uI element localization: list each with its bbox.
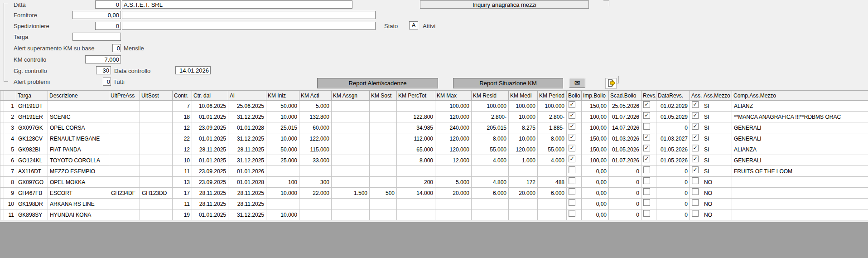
cell-assmezzo[interactable]: NO [702, 199, 732, 209]
cell-kmactl[interactable]: 33.000 [299, 155, 332, 166]
cell-ctrdal[interactable]: 10.06.2025 [192, 101, 228, 112]
cell-bollo[interactable] [567, 166, 582, 177]
cell-impbollo[interactable]: 0,00 [582, 177, 609, 188]
data-controllo-input[interactable] [175, 66, 211, 74]
cell-ass[interactable]: ✓ [690, 133, 702, 144]
cell-kmassgn[interactable] [332, 133, 370, 144]
cell-kmassgn[interactable] [332, 166, 370, 177]
cell-ultpreass[interactable]: GH234DF [109, 188, 140, 199]
cell-ctrdal[interactable]: 23.09.2025 [192, 166, 228, 177]
inquiry-anagrafica-button[interactable]: Inquiry anagrafica mezzi [420, 0, 589, 9]
cell-compassmezzo[interactable]: ALIANZA [732, 144, 868, 155]
cell-kmmax[interactable]: 120.000 [435, 144, 472, 155]
cell-revs[interactable]: ✓ [641, 144, 656, 155]
cell-datarevs[interactable]: 01.02.2029 [656, 101, 690, 112]
bollo-checkbox-unchecked[interactable] [569, 199, 575, 206]
targa-input[interactable] [72, 33, 121, 41]
column-header-ctrdal[interactable]: Ctr. dal [192, 91, 228, 101]
cell-scadbollo[interactable]: 0 [609, 166, 641, 177]
cell-bollo[interactable] [567, 209, 582, 220]
ass-checkbox-unchecked[interactable] [692, 210, 699, 217]
alert-km-input[interactable] [112, 44, 121, 52]
cell-kmresid[interactable]: 4.800 [472, 177, 509, 188]
cell-scadbollo[interactable]: 0 [609, 199, 641, 209]
cell-kmmax[interactable]: 120.000 [435, 133, 472, 144]
revs-checkbox-checked[interactable]: ✓ [643, 134, 650, 141]
cell-kminiz[interactable]: 50.000 [266, 144, 299, 155]
cell-assmezzo[interactable]: SI [702, 144, 732, 155]
column-header-targa[interactable]: Targa [16, 91, 48, 101]
cell-ultpreass[interactable] [109, 209, 140, 220]
cell-contr[interactable]: 17 [173, 188, 192, 199]
row-selector[interactable] [0, 101, 4, 112]
column-header-impbollo[interactable]: Imp.Bollo [582, 91, 609, 101]
cell-kmmedi[interactable]: 10.000 [509, 112, 538, 122]
cell-kminiz[interactable]: 10.000 [266, 209, 299, 220]
cell-kmsost[interactable] [370, 122, 397, 133]
column-header-datarevs[interactable]: DataRevs. [656, 91, 690, 101]
cell-ultpreass[interactable] [109, 155, 140, 166]
cell-ass[interactable]: ✓ [690, 166, 702, 177]
cell-kmmedi[interactable]: 1.000 [509, 155, 538, 166]
cell-assmezzo[interactable]: NO [702, 177, 732, 188]
cell-contr[interactable]: 12 [173, 122, 192, 133]
cell-kmassgn[interactable] [332, 155, 370, 166]
cell-al[interactable]: 31.12.2025 [228, 133, 266, 144]
cell-kmactl[interactable]: 5.000 [299, 101, 332, 112]
cell-kmmedi[interactable] [509, 199, 538, 209]
cell-kmmax[interactable] [435, 166, 472, 177]
cell-scadbollo[interactable]: 0 [609, 209, 641, 220]
cell-scadbollo[interactable]: 0 [609, 177, 641, 188]
column-header-kmmedi[interactable]: KM Medi [509, 91, 538, 101]
cell-kmactl[interactable]: 122.000 [299, 133, 332, 144]
cell-ctrdal[interactable]: 01.01.2025 [192, 209, 228, 220]
cell-assmezzo[interactable]: NO [702, 188, 732, 199]
cell-revs[interactable] [641, 209, 656, 220]
cell-kmsost[interactable] [370, 199, 397, 209]
cell-ultpreass[interactable] [109, 199, 140, 209]
cell-kmperiod[interactable]: 2.800- [538, 112, 567, 122]
cell-kmmedi[interactable]: 120.000 [509, 144, 538, 155]
cell-compassmezzo[interactable]: GENERALI [732, 133, 868, 144]
cell-compassmezzo[interactable] [732, 209, 868, 220]
cell-kminiz[interactable]: 25.015 [266, 122, 299, 133]
cell-kmresid[interactable] [472, 199, 509, 209]
cell-kmperctot[interactable] [397, 209, 435, 220]
cell-ctrdal[interactable]: 28.11.2025 [192, 188, 228, 199]
cell-bollo[interactable]: ✓ [567, 112, 582, 122]
cell-ctrdal[interactable]: 01.01.2025 [192, 155, 228, 166]
cell-kmsost[interactable]: 500 [370, 188, 397, 199]
cell-contr[interactable]: 12 [173, 144, 192, 155]
bollo-checkbox-unchecked[interactable] [569, 177, 575, 184]
cell-ass[interactable]: ✓ [690, 101, 702, 112]
cell-kmperctot[interactable] [397, 166, 435, 177]
cell-ultsost[interactable] [140, 101, 173, 112]
cell-ultpreass[interactable] [109, 101, 140, 112]
cell-ctrdal[interactable]: 01.01.2025 [192, 112, 228, 122]
cell-kmmax[interactable]: 12.000 [435, 155, 472, 166]
cell-targa[interactable]: GK898SY [16, 209, 48, 220]
cell-ultsost[interactable] [140, 155, 173, 166]
cell-ultpreass[interactable] [109, 144, 140, 155]
cell-kmsost[interactable] [370, 133, 397, 144]
mail-button[interactable]: ✉ [569, 78, 585, 88]
cell-ctrdal[interactable]: 28.11.2025 [192, 144, 228, 155]
cell-assmezzo[interactable]: NO [702, 209, 732, 220]
cell-contr[interactable]: 22 [173, 133, 192, 144]
cell-kmassgn[interactable] [332, 112, 370, 122]
ass-checkbox-unchecked[interactable] [692, 177, 699, 184]
cell-compassmezzo[interactable]: GENERALI [732, 155, 868, 166]
cell-targa[interactable]: GK128CV [16, 133, 48, 144]
cell-kmactl[interactable] [299, 199, 332, 209]
cell-kmresid[interactable]: 100.000 [472, 101, 509, 112]
cell-ctrdal[interactable]: 01.01.2025 [192, 133, 228, 144]
cell-kmassgn[interactable] [332, 199, 370, 209]
cell-assmezzo[interactable]: SI [702, 101, 732, 112]
cell-kminiz[interactable]: 10.000 [266, 133, 299, 144]
cell-kmassgn[interactable] [332, 177, 370, 188]
cell-kmperiod[interactable]: 100.000 [538, 101, 567, 112]
cell-al[interactable]: 28.11.2025 [228, 144, 266, 155]
cell-ultsost[interactable] [140, 199, 173, 209]
cell-contr[interactable]: 18 [173, 112, 192, 122]
revs-checkbox-checked[interactable]: ✓ [643, 145, 650, 151]
